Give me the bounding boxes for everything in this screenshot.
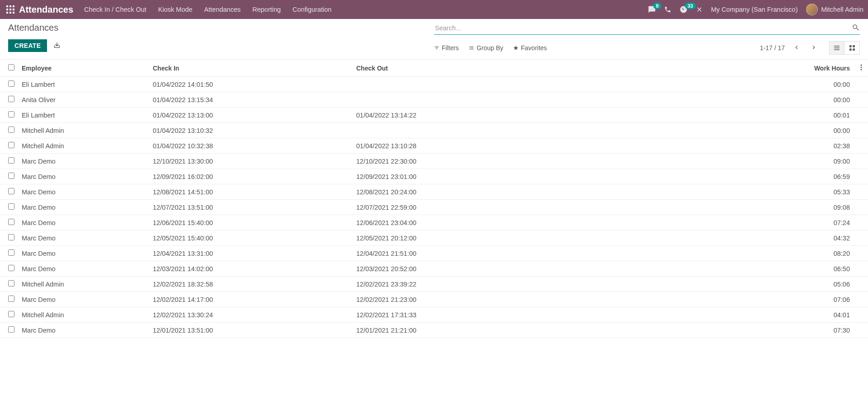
cell-checkout: 12/04/2021 21:51:00 [353, 246, 656, 261]
row-checkbox[interactable] [8, 219, 14, 225]
user-name: Mitchell Admin [821, 6, 863, 13]
svg-rect-7 [9, 12, 11, 14]
cell-checkin: 12/03/2021 14:02:00 [149, 261, 353, 277]
cell-employee: Eli Lambert [18, 77, 149, 92]
menu-kiosk-mode[interactable]: Kiosk Mode [158, 6, 193, 13]
cell-employee: Mitchell Admin [18, 123, 149, 138]
row-checkbox[interactable] [8, 311, 14, 317]
table-row[interactable]: Marc Demo12/06/2021 15:40:0012/06/2021 2… [0, 215, 868, 230]
cell-employee: Marc Demo [18, 154, 149, 169]
cell-checkin: 12/08/2021 14:51:00 [149, 184, 353, 200]
row-checkbox[interactable] [8, 157, 14, 164]
row-checkbox[interactable] [8, 142, 14, 148]
download-icon[interactable] [53, 42, 61, 50]
row-checkbox[interactable] [8, 203, 14, 210]
table-row[interactable]: Mitchell Admin12/02/2021 18:32:5812/02/2… [0, 277, 868, 292]
company-selector[interactable]: My Company (San Francisco) [711, 6, 798, 13]
cell-checkin: 12/02/2021 14:17:00 [149, 292, 353, 307]
table-row[interactable]: Mitchell Admin12/02/2021 13:30:2412/02/2… [0, 307, 868, 323]
table-row[interactable]: Anita Oliver01/04/2022 13:15:3400:00 [0, 92, 868, 108]
table-row[interactable]: Marc Demo12/04/2021 13:31:0012/04/2021 2… [0, 246, 868, 261]
row-checkbox[interactable] [8, 127, 14, 133]
create-button[interactable]: CREATE [8, 39, 47, 52]
avatar [806, 4, 818, 15]
table-row[interactable]: Mitchell Admin01/04/2022 13:10:3200:00 [0, 123, 868, 138]
row-checkbox[interactable] [8, 234, 14, 240]
kanban-view-button[interactable] [844, 41, 860, 55]
table-row[interactable]: Eli Lambert01/04/2022 13:13:0001/04/2022… [0, 108, 868, 123]
select-all-checkbox[interactable] [8, 64, 14, 70]
cell-workhours: 05:33 [656, 184, 854, 200]
menu-checkin-checkout[interactable]: Check In / Check Out [84, 6, 146, 13]
groupby-button[interactable]: Group By [469, 44, 503, 52]
table-row[interactable]: Marc Demo12/03/2021 14:02:0012/03/2021 2… [0, 261, 868, 277]
menu-attendances[interactable]: Attendances [204, 6, 241, 13]
svg-rect-4 [9, 9, 11, 10]
cell-checkin: 01/04/2022 13:15:34 [149, 92, 353, 108]
activities-icon[interactable]: 33 [679, 5, 688, 14]
cell-checkout [353, 123, 656, 138]
svg-rect-8 [13, 12, 14, 14]
cell-checkin: 01/04/2022 13:10:32 [149, 123, 353, 138]
table-row[interactable]: Marc Demo12/10/2021 13:30:0012/10/2021 2… [0, 154, 868, 169]
cell-checkout: 12/03/2021 20:52:00 [353, 261, 656, 277]
favorites-button[interactable]: Favorites [513, 44, 547, 52]
cell-workhours: 07:06 [656, 292, 854, 307]
list-view-button[interactable] [829, 41, 844, 55]
page-title: Attendances [8, 23, 434, 33]
row-checkbox[interactable] [8, 249, 14, 256]
col-options[interactable] [854, 60, 868, 77]
row-checkbox[interactable] [8, 280, 14, 286]
row-checkbox[interactable] [8, 326, 14, 333]
user-menu[interactable]: Mitchell Admin [806, 4, 863, 15]
table-row[interactable]: Eli Lambert01/04/2022 14:01:5000:00 [0, 77, 868, 92]
table-row[interactable]: Marc Demo12/01/2021 13:51:0012/01/2021 2… [0, 323, 868, 338]
svg-point-13 [860, 64, 862, 66]
filters-button[interactable]: Filters [434, 44, 459, 52]
svg-rect-3 [6, 9, 8, 10]
apps-menu-icon[interactable] [6, 5, 14, 14]
cell-employee: Marc Demo [18, 215, 149, 230]
pager-next[interactable] [808, 43, 819, 53]
row-checkbox[interactable] [8, 188, 14, 194]
phone-icon[interactable] [664, 6, 671, 13]
cell-checkin: 12/10/2021 13:30:00 [149, 154, 353, 169]
debug-icon[interactable] [696, 6, 703, 13]
cell-workhours: 06:50 [656, 261, 854, 277]
col-checkin[interactable]: Check In [149, 60, 353, 77]
col-employee[interactable]: Employee [18, 60, 149, 77]
row-checkbox[interactable] [8, 111, 14, 117]
cell-checkout: 12/02/2021 17:31:33 [353, 307, 656, 323]
table-row[interactable]: Mitchell Admin01/04/2022 10:32:3801/04/2… [0, 138, 868, 154]
table-row[interactable]: Marc Demo12/09/2021 16:02:0012/09/2021 2… [0, 169, 868, 184]
menu-configuration[interactable]: Configuration [292, 6, 331, 13]
cell-checkin: 12/02/2021 13:30:24 [149, 307, 353, 323]
search-icon[interactable] [852, 23, 860, 33]
table-row[interactable]: Marc Demo12/08/2021 14:51:0012/08/2021 2… [0, 184, 868, 200]
cell-workhours: 00:01 [656, 108, 854, 123]
row-checkbox[interactable] [8, 80, 14, 87]
svg-rect-11 [849, 48, 852, 51]
messaging-icon[interactable]: 8 [648, 5, 656, 14]
messaging-badge: 8 [653, 3, 661, 9]
favorites-label: Favorites [521, 44, 547, 52]
table-row[interactable]: Marc Demo12/05/2021 15:40:0012/05/2021 2… [0, 230, 868, 246]
row-checkbox[interactable] [8, 265, 14, 271]
col-workhours[interactable]: Work Hours [656, 60, 854, 77]
table-row[interactable]: Marc Demo12/07/2021 13:51:0012/07/2021 2… [0, 200, 868, 215]
pager-prev[interactable] [791, 43, 802, 53]
cell-checkin: 01/04/2022 10:32:38 [149, 138, 353, 154]
menu-reporting[interactable]: Reporting [252, 6, 281, 13]
cell-workhours: 08:20 [656, 246, 854, 261]
app-name: Attendances [19, 5, 73, 15]
row-checkbox[interactable] [8, 173, 14, 179]
table-row[interactable]: Marc Demo12/02/2021 14:17:0012/02/2021 2… [0, 292, 868, 307]
cell-employee: Marc Demo [18, 292, 149, 307]
cell-checkin: 12/06/2021 15:40:00 [149, 215, 353, 230]
search-input[interactable] [434, 23, 848, 33]
svg-rect-2 [13, 5, 14, 7]
svg-rect-1 [9, 5, 11, 7]
col-checkout[interactable]: Check Out [353, 60, 656, 77]
row-checkbox[interactable] [8, 296, 14, 302]
row-checkbox[interactable] [8, 96, 14, 102]
